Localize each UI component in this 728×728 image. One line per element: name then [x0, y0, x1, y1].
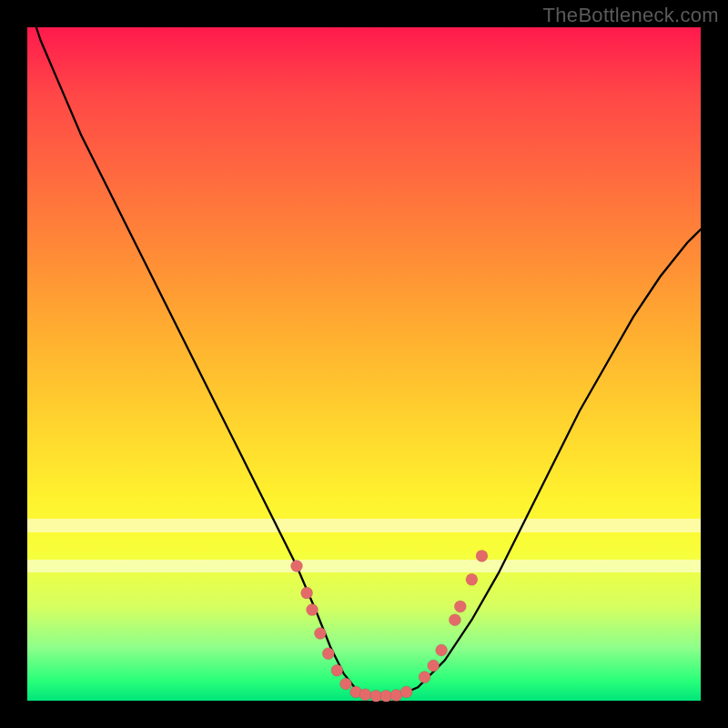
data-dot — [359, 689, 371, 701]
data-dot — [400, 686, 412, 698]
plot-area — [27, 27, 701, 701]
data-dot — [419, 672, 430, 683]
data-dot — [291, 561, 303, 572]
data-dot — [301, 587, 313, 599]
data-dot — [428, 660, 440, 672]
chart-svg — [27, 27, 701, 701]
data-dot — [331, 664, 343, 676]
chart-frame: TheBottleneck.com — [0, 0, 728, 728]
data-dot — [307, 604, 318, 616]
data-dot — [340, 678, 352, 690]
data-dot — [322, 648, 334, 660]
dot-group — [291, 550, 489, 702]
data-dot — [449, 614, 460, 626]
data-dot — [314, 628, 326, 640]
data-dot — [466, 573, 478, 585]
data-dot — [476, 550, 488, 561]
data-dot — [436, 644, 448, 656]
watermark-text: TheBottleneck.com — [543, 4, 719, 27]
bottleneck-curve — [27, 0, 701, 696]
data-dot — [454, 601, 466, 612]
